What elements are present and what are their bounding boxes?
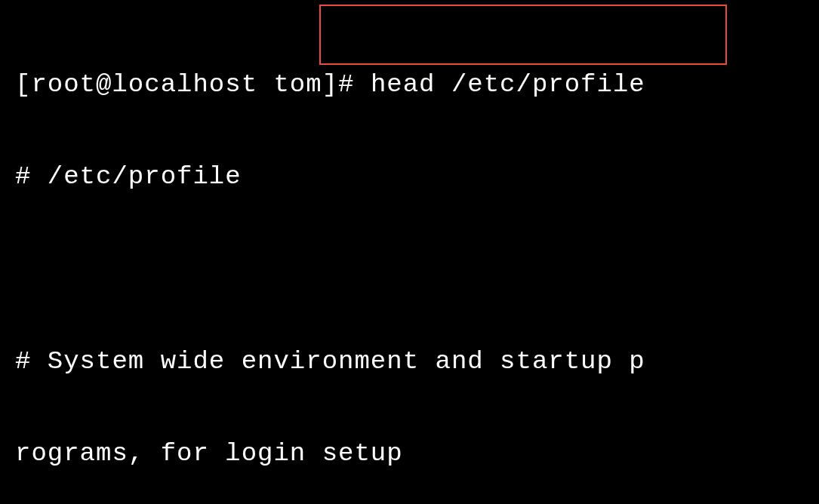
output-line-2: # System wide environment and startup p: [15, 346, 804, 377]
output-line-0: # /etc/profile: [15, 161, 804, 192]
command-line: [root@localhost tom]# head /etc/profile: [15, 69, 804, 100]
output-line-3: rograms, for login setup: [15, 438, 804, 469]
shell-prompt: [root@localhost tom]#: [15, 70, 371, 99]
output-line-1: [15, 254, 804, 284]
command-text: head /etc/profile: [371, 70, 645, 99]
terminal-window[interactable]: [root@localhost tom]# head /etc/profile …: [15, 8, 804, 504]
